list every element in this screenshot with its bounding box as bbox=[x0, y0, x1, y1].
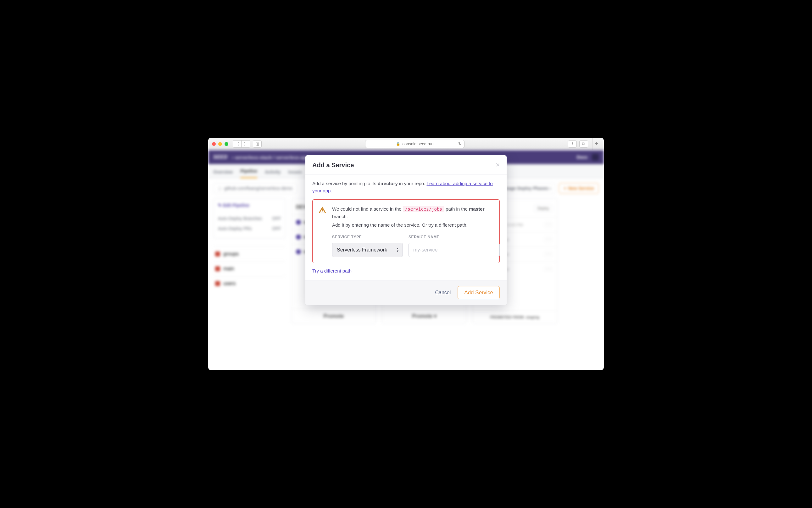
warning-alert: We could not find a service in the /serv… bbox=[312, 199, 500, 263]
brand-logo: SEED bbox=[213, 154, 228, 160]
list-item: main bbox=[213, 261, 286, 276]
modal-intro: Add a service by pointing to its directo… bbox=[312, 180, 500, 194]
cancel-button[interactable]: Cancel bbox=[435, 290, 451, 296]
close-icon[interactable]: × bbox=[496, 161, 500, 169]
list-item: groups bbox=[213, 247, 286, 261]
share-icon[interactable]: ⇪ bbox=[568, 140, 577, 148]
browser-titlebar: 〈 〉 ◫ 🔒 console.seed.run ↻ ⇪ ⧉ + bbox=[208, 138, 604, 150]
tab-overview[interactable]: Overview bbox=[213, 166, 233, 178]
close-window-icon[interactable] bbox=[212, 142, 216, 146]
reload-icon[interactable]: ↻ bbox=[458, 141, 462, 146]
lock-icon: 🔒 bbox=[396, 142, 400, 146]
chevron-updown-icon: ▲▼ bbox=[396, 247, 399, 252]
path-code: /services/jobs bbox=[403, 206, 444, 212]
repo-pill[interactable]: ◌ github.com/fwang/serverless-demo bbox=[213, 183, 297, 194]
docs-link[interactable]: Docs bbox=[577, 155, 587, 160]
sidebar-toggle-icon[interactable]: ◫ bbox=[253, 140, 262, 148]
minimize-window-icon[interactable] bbox=[218, 142, 222, 146]
tabs-icon[interactable]: ⧉ bbox=[579, 140, 588, 148]
new-tab-button[interactable]: + bbox=[593, 138, 600, 150]
modal-title: Add a Service bbox=[312, 162, 354, 169]
service-name-label: SERVICE NAME bbox=[408, 234, 500, 240]
tab-issues[interactable]: Issues bbox=[288, 166, 302, 178]
modal-footer: Cancel Add Service bbox=[306, 280, 506, 305]
plus-icon: + bbox=[564, 186, 566, 191]
list-item: users bbox=[213, 276, 286, 291]
new-service-button[interactable]: + New Service bbox=[559, 183, 599, 194]
avatar[interactable] bbox=[592, 154, 599, 161]
svg-rect-0 bbox=[322, 209, 323, 211]
service-name-input[interactable] bbox=[408, 243, 500, 257]
warning-text: We could not find a service in the /serv… bbox=[332, 205, 500, 220]
address-bar[interactable]: 🔒 console.seed.run ↻ bbox=[365, 140, 464, 148]
tab-activity[interactable]: Activity bbox=[265, 166, 281, 178]
add-service-modal: Add a Service × Add a service by pointin… bbox=[306, 155, 506, 305]
window-controls bbox=[212, 142, 228, 146]
add-service-button[interactable]: Add Service bbox=[457, 286, 500, 299]
nav-buttons: 〈 〉 bbox=[233, 140, 250, 148]
service-type-label: SERVICE TYPE bbox=[332, 234, 403, 240]
forward-button[interactable]: 〉 bbox=[242, 140, 250, 148]
try-different-path-link[interactable]: Try a different path bbox=[312, 268, 352, 273]
browser-window: 〈 〉 ◫ 🔒 console.seed.run ↻ ⇪ ⧉ + SEED › … bbox=[208, 138, 604, 370]
service-type-select[interactable]: Serverless Framework bbox=[332, 243, 403, 257]
tab-pipeline[interactable]: Pipeline bbox=[240, 165, 257, 178]
modal-header: Add a Service × bbox=[306, 155, 506, 174]
svg-rect-1 bbox=[322, 212, 323, 212]
back-button[interactable]: 〈 bbox=[233, 140, 242, 148]
fullscreen-window-icon[interactable] bbox=[225, 142, 228, 146]
warning-text-2: Add it by entering the name of the servi… bbox=[332, 221, 500, 228]
url-host: console.seed.run bbox=[402, 141, 433, 146]
github-icon: ◌ bbox=[218, 186, 222, 191]
warning-icon bbox=[318, 206, 326, 257]
